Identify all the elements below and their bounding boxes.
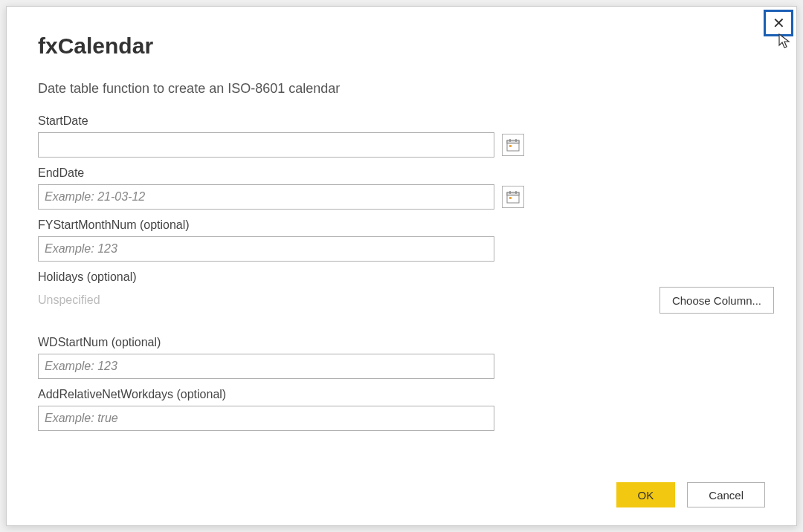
startdate-picker-button[interactable]	[502, 134, 524, 156]
enddate-label: EndDate	[38, 166, 765, 180]
dialog-footer: OK Cancel	[616, 482, 765, 507]
dialog-content: fxCalendar Date table function to create…	[7, 7, 796, 455]
field-addrelativenetworkdays: AddRelativeNetWorkdays (optional)	[38, 388, 765, 431]
svg-rect-6	[507, 192, 519, 195]
dialog-description: Date table function to create an ISO-860…	[38, 81, 765, 97]
addrelativenetworkdays-label: AddRelativeNetWorkdays (optional)	[38, 388, 765, 401]
function-invoke-dialog: ✕ fxCalendar Date table function to crea…	[6, 6, 797, 526]
addrelativenetworkdays-input[interactable]	[38, 406, 494, 431]
fystartmonthnum-input[interactable]	[38, 236, 494, 262]
calendar-icon	[506, 137, 520, 152]
wdstartnum-label: WDStartNum (optional)	[38, 336, 765, 349]
enddate-picker-button[interactable]	[502, 186, 524, 208]
dialog-title: fxCalendar	[38, 33, 765, 59]
close-icon: ✕	[773, 16, 785, 30]
startdate-label: StartDate	[38, 114, 765, 128]
fystartmonthnum-label: FYStartMonthNum (optional)	[38, 218, 765, 232]
enddate-row	[38, 184, 765, 210]
wdstartnum-input[interactable]	[38, 354, 494, 379]
startdate-row	[38, 132, 765, 158]
field-wdstartnum: WDStartNum (optional)	[38, 336, 765, 379]
holidays-label: Holidays (optional)	[38, 270, 765, 284]
field-holidays: Holidays (optional)	[38, 270, 765, 284]
holidays-value-row: Unspecified Choose Column...	[38, 287, 774, 314]
enddate-input[interactable]	[38, 184, 494, 210]
choose-column-button[interactable]: Choose Column...	[660, 287, 774, 314]
svg-rect-1	[507, 140, 519, 143]
cancel-button[interactable]: Cancel	[687, 482, 765, 507]
calendar-icon	[506, 189, 520, 204]
ok-button[interactable]: OK	[616, 482, 676, 507]
holidays-unspecified-text: Unspecified	[38, 293, 100, 307]
field-fystartmonthnum: FYStartMonthNum (optional)	[38, 218, 765, 262]
svg-rect-2	[509, 145, 512, 147]
svg-rect-7	[509, 197, 512, 199]
field-enddate: EndDate	[38, 166, 765, 210]
field-startdate: StartDate	[38, 114, 765, 158]
startdate-input[interactable]	[38, 132, 494, 158]
close-button[interactable]: ✕	[764, 10, 793, 36]
